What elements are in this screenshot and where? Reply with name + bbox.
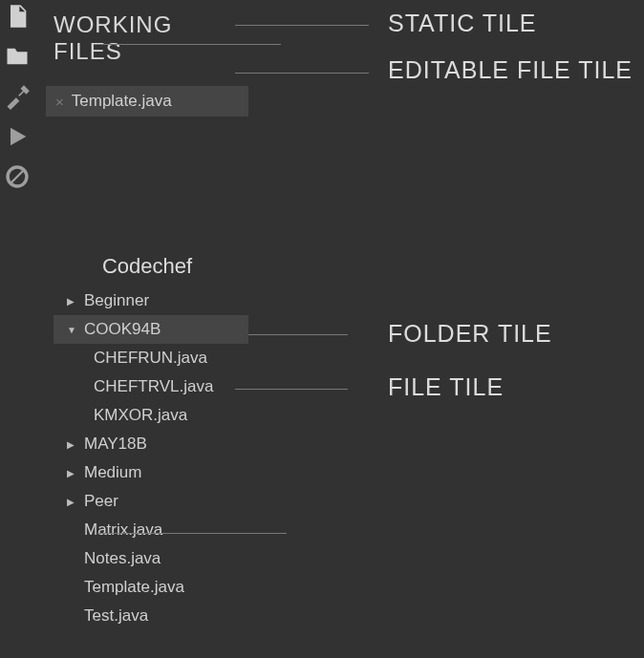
folder-cook94b[interactable]: ▼ COOK94B [54,315,248,344]
file-label: CHEFTRVL.java [94,377,213,396]
folder-label: COOK94B [84,320,161,339]
file-cheftrvl[interactable]: CHEFTRVL.java [46,372,248,401]
folder-label: Peer [84,492,118,511]
chevron-down-icon: ▼ [67,325,76,335]
folder-icon[interactable] [3,42,32,71]
file-label: Test.java [84,606,148,626]
file-label: Matrix.java [84,520,162,540]
divider [97,533,287,534]
working-file-label: Template.java [72,92,172,111]
file-label: CHEFRUN.java [94,349,207,368]
project-tree: Codechef ▶ Beginner ▼ COOK94B CHEFRUN.ja… [46,250,248,630]
folder-label: MAY18B [84,435,147,454]
chevron-right-icon: ▶ [67,468,76,478]
file-matrix[interactable]: Matrix.java [46,516,248,544]
folder-beginner[interactable]: ▶ Beginner [46,287,248,315]
file-label: Notes.java [84,549,161,568]
file-icon[interactable] [3,2,32,31]
file-template[interactable]: Template.java [46,573,248,602]
hammer-icon[interactable] [3,82,32,111]
chevron-right-icon: ▶ [67,497,76,507]
close-icon[interactable]: × [55,95,64,109]
file-kmxor[interactable]: KMXOR.java [46,401,248,430]
label-file-tile: FILE TILE [388,373,504,401]
connector-line [235,25,369,26]
folder-medium[interactable]: ▶ Medium [46,458,248,487]
file-chefrun[interactable]: CHEFRUN.java [46,344,248,372]
connector-line [235,389,348,390]
divider [94,44,281,45]
folder-label: Medium [84,463,141,482]
connector-line [235,73,369,74]
label-static-tile: STATIC TILE [388,10,536,37]
label-folder-tile: FOLDER TILE [388,320,552,348]
activity-bar [0,0,34,191]
folder-peer[interactable]: ▶ Peer [46,487,248,516]
file-notes[interactable]: Notes.java [46,544,248,573]
chevron-right-icon: ▶ [67,296,76,307]
folder-may18b[interactable]: ▶ MAY18B [46,430,248,458]
file-label: KMXOR.java [94,406,187,425]
play-icon[interactable] [3,122,32,151]
working-files-header: WORKING FILES [46,8,248,69]
label-editable-tile: EDITABLE FILE TILE [388,56,633,84]
chevron-right-icon: ▶ [67,439,76,450]
working-file-item[interactable]: × Template.java [46,86,248,117]
file-test[interactable]: Test.java [46,602,248,630]
folder-label: Beginner [84,291,149,310]
block-icon[interactable] [3,162,32,191]
project-title: Codechef [46,250,248,287]
sidebar: WORKING FILES × Template.java [46,8,248,117]
connector-line [248,334,348,335]
file-label: Template.java [84,578,184,597]
